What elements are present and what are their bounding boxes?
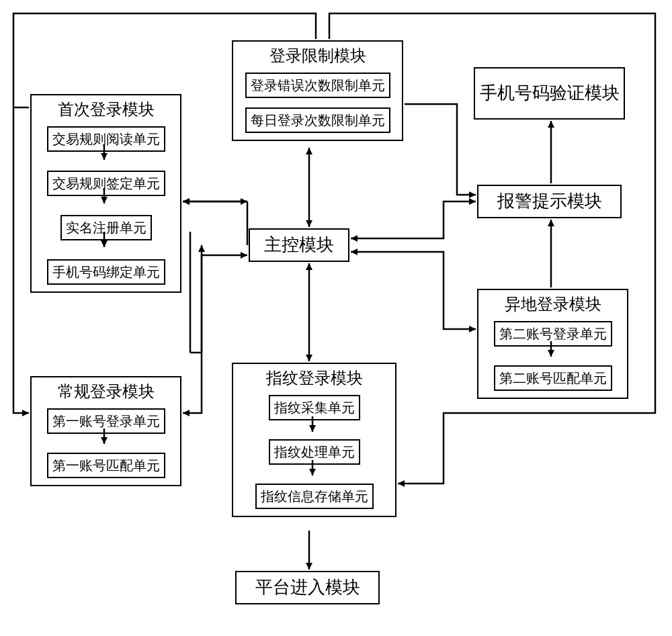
normal-login-unit-1: 第一账号匹配单元 bbox=[47, 453, 165, 478]
fingerprint-module: 指纹登录模块 指纹采集单元 指纹处理单元 指纹信息存储单元 bbox=[232, 363, 396, 517]
login-limit-unit-0: 登录错误次数限制单元 bbox=[245, 73, 390, 98]
remote-login-module: 异地登录模块 第二账号登录单元 第二账号匹配单元 bbox=[477, 289, 628, 399]
first-login-unit-2: 实名注册单元 bbox=[60, 215, 152, 240]
fingerprint-title: 指纹登录模块 bbox=[266, 368, 363, 388]
phone-verify-title: 手机号码验证模块 bbox=[480, 83, 620, 105]
first-login-unit-1: 交易规则签定单元 bbox=[47, 171, 165, 196]
remote-login-unit-0: 第二账号登录单元 bbox=[494, 321, 612, 347]
platform-enter-module: 平台进入模块 bbox=[235, 571, 380, 604]
phone-verify-module: 手机号码验证模块 bbox=[474, 67, 625, 120]
alarm-title: 报警提示模块 bbox=[497, 191, 602, 213]
login-limit-unit-1: 每日登录次数限制单元 bbox=[245, 107, 390, 133]
fingerprint-unit-0: 指纹采集单元 bbox=[269, 395, 360, 420]
first-login-title: 首次登录模块 bbox=[58, 99, 155, 120]
normal-login-title: 常规登录模块 bbox=[58, 381, 155, 402]
main-module: 主控模块 bbox=[249, 228, 349, 262]
remote-login-title: 异地登录模块 bbox=[505, 294, 601, 314]
fingerprint-unit-1: 指纹处理单元 bbox=[269, 439, 360, 465]
normal-login-unit-0: 第一账号登录单元 bbox=[47, 408, 165, 434]
normal-login-module: 常规登录模块 第一账号登录单元 第一账号匹配单元 bbox=[30, 376, 181, 486]
login-limit-module: 登录限制模块 登录错误次数限制单元 每日登录次数限制单元 bbox=[232, 40, 403, 141]
remote-login-unit-1: 第二账号匹配单元 bbox=[494, 365, 612, 391]
main-module-title: 主控模块 bbox=[264, 234, 334, 257]
first-login-unit-3: 手机号码绑定单元 bbox=[47, 259, 165, 285]
first-login-module: 首次登录模块 交易规则阅读单元 交易规则签定单元 实名注册单元 手机号码绑定单元 bbox=[30, 94, 181, 293]
first-login-unit-0: 交易规则阅读单元 bbox=[47, 126, 165, 152]
platform-enter-title: 平台进入模块 bbox=[255, 577, 360, 599]
fingerprint-unit-2: 指纹信息存储单元 bbox=[255, 484, 374, 509]
login-limit-title: 登录限制模块 bbox=[269, 46, 366, 66]
alarm-module: 报警提示模块 bbox=[477, 185, 622, 218]
